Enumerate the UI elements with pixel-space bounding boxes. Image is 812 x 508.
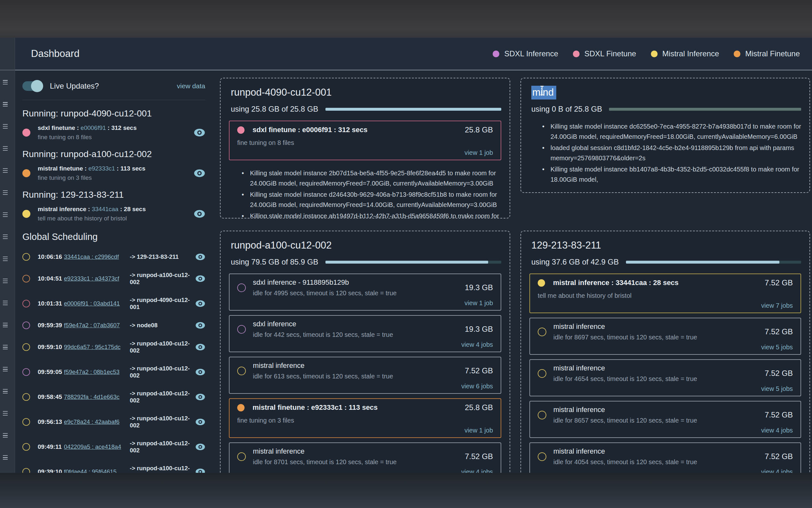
view-details-eye-icon[interactable] (194, 169, 205, 177)
node-panel: runpod-a100-cu12-002 using 79.5 GB of 85… (220, 230, 510, 473)
legend-dot-icon (734, 50, 741, 57)
memory-usage-row: using 37.6 GB of 42.9 GB (531, 257, 801, 266)
job-type-ring-icon (22, 418, 30, 426)
view-details-eye-icon[interactable] (194, 129, 205, 137)
view-details-eye-icon[interactable] (194, 210, 205, 218)
view-details-eye-icon[interactable] (195, 443, 205, 451)
schedule-job-link[interactable]: 788292fa : 4d1e663c (64, 393, 130, 400)
view-jobs-link[interactable]: view 4 jobs (761, 427, 793, 434)
schedule-job-link[interactable]: e0006f91 : 03abd141 (64, 300, 130, 307)
node-panel: runpod-4090-cu12-001 using 25.8 GB of 25… (220, 78, 510, 218)
view-jobs-link[interactable]: view 1 job (465, 427, 493, 434)
view-jobs-link[interactable]: view 5 jobs (761, 344, 793, 351)
memory-usage-row: using 25.8 GB of 25.8 GB (231, 104, 501, 114)
card-title: mistral inference (554, 364, 758, 372)
job-title: mistral inference : 33441caa : 28 secs (38, 206, 194, 213)
view-jobs-link[interactable]: view 1 job (465, 149, 493, 156)
memory-usage-text: using 0 B of 25.8 GB (531, 104, 602, 114)
view-jobs-link[interactable]: view 4 jobs (461, 341, 493, 348)
card-description: fine tuning on 8 files (237, 139, 493, 146)
card-idle-status: idle for 4054 secs, timeout is 120 secs,… (554, 458, 758, 466)
view-details-eye-icon[interactable] (195, 322, 205, 329)
job-duration: 312 secs (111, 124, 137, 131)
running-sections: Running: runpod-4090-cu12-001 sdxl finet… (22, 109, 205, 222)
job-duration: 28 secs (124, 206, 146, 212)
schedule-job-link[interactable]: e92333c1 : a34373cf (64, 275, 130, 282)
card-title: mistral finetune : e92333c1 : 113 secs (252, 404, 459, 412)
job-type-dot-icon (237, 126, 245, 134)
view-details-eye-icon[interactable] (195, 418, 205, 425)
idle-model-card: mistral inference idle for 8701 secs, ti… (229, 442, 501, 473)
live-updates-toggle[interactable] (22, 81, 42, 91)
schedule-row: 10:06:16 33441caa : c2996cdf -> 129-213-… (22, 253, 205, 261)
view-details-eye-icon[interactable] (195, 344, 205, 351)
view-details-eye-icon[interactable] (195, 369, 205, 376)
card-title: mistral inference (554, 323, 758, 331)
legend-label: Mistral Finetune (745, 49, 800, 58)
running-section-title: Running: runpod-4090-cu12-001 (22, 109, 205, 119)
view-jobs-link[interactable]: view 1 job (465, 299, 493, 306)
memory-usage-fill (626, 261, 779, 264)
dashboard-app: Dashboard SDXL Inference SDXL Finetune M… (0, 38, 812, 473)
schedule-job-link[interactable]: 99dc6a57 : 95c175dc (64, 344, 130, 351)
schedule-job-link[interactable]: f59e47a2 : 07ab3607 (64, 322, 130, 329)
view-details-eye-icon[interactable] (195, 253, 205, 260)
schedule-time: 09:56:13 (38, 418, 64, 425)
view-jobs-link[interactable]: view 6 jobs (461, 383, 493, 390)
card-title: sdxl inference - 9118895b129b (253, 278, 459, 287)
view-jobs-link[interactable]: view 5 jobs (761, 385, 793, 392)
legend-item[interactable]: Mistral Inference (651, 49, 719, 58)
card-title: mistral inference : 33441caa : 28 secs (553, 279, 758, 287)
job-type-ring-icon (22, 468, 30, 473)
card-idle-status: idle for 613 secs, timeout is 120 secs, … (253, 373, 459, 380)
card-title: mistral inference (253, 447, 459, 456)
job-type-ring-icon (538, 328, 546, 336)
log-entry: loaded global session c8d1bfd2-1842-4c5e… (551, 143, 801, 164)
view-jobs-link[interactable]: view 4 jobs (461, 468, 493, 473)
view-jobs-link[interactable]: view 7 jobs (761, 302, 793, 309)
idle-model-card: sdxl inference - 9118895b129b idle for 4… (229, 273, 501, 311)
panel-title: runpod-a100-cu12-002 (231, 240, 332, 251)
schedule-job-link[interactable]: f0fdae44 : 95f64615 (64, 468, 130, 473)
legend-dot-icon (493, 50, 499, 57)
node-panel: 129-213-83-211 using 37.6 GB of 42.9 GB … (520, 230, 810, 473)
schedule-time: 09:59:05 (38, 369, 64, 376)
legend-item[interactable]: SDXL Inference (493, 49, 558, 58)
job-type-ring-icon (237, 284, 246, 292)
view-details-eye-icon[interactable] (195, 393, 205, 400)
schedule-target: -> runpod-a100-cu12-002 (130, 440, 195, 454)
card-description: fine tuning on 3 files (237, 417, 493, 424)
view-details-eye-icon[interactable] (195, 300, 205, 307)
job-type-dot-icon (538, 279, 545, 287)
card-idle-status: idle for 8701 secs, timeout is 120 secs,… (253, 458, 459, 466)
schedule-target: -> runpod-4090-cu12-001 (130, 297, 195, 311)
schedule-row: 10:04:51 e92333c1 : a34373cf -> runpod-a… (22, 271, 205, 286)
job-description: tell me about the history of bristol (38, 215, 194, 222)
legend-item[interactable]: SDXL Finetune (573, 49, 636, 58)
running-section-title: Running: 129-213-83-211 (22, 190, 205, 200)
job-type-ring-icon (237, 452, 246, 461)
running-job-card: mistral inference : 33441caa : 28 secs 7… (529, 273, 801, 313)
legend-dot-icon (651, 50, 658, 57)
schedule-job-link[interactable]: f59e47a2 : 08b1ec53 (64, 369, 130, 376)
node-panels-grid: runpod-4090-cu12-001 using 25.8 GB of 25… (220, 78, 810, 473)
card-description: tell me about the history of bristol (538, 292, 793, 299)
memory-size: 25.8 GB (465, 125, 493, 134)
memory-usage-row: using 79.5 GB of 85.9 GB (231, 257, 501, 266)
view-jobs-link[interactable]: view 4 jobs (761, 468, 793, 473)
legend-dot-icon (573, 50, 580, 57)
schedule-job-link[interactable]: e9c78a24 : 42aabaf6 (64, 418, 130, 425)
schedule-job-link[interactable]: 33441caa : c2996cdf (64, 253, 130, 260)
idle-model-card: mistral inference idle for 8657 secs, ti… (529, 401, 801, 438)
card-idle-status: idle for 4995 secs, timeout is 120 secs,… (253, 290, 459, 297)
app-header: Dashboard SDXL Inference SDXL Finetune M… (15, 38, 812, 70)
legend-item[interactable]: Mistral Finetune (734, 49, 800, 58)
text-cursor-icon (540, 85, 544, 98)
view-details-eye-icon[interactable] (195, 468, 205, 473)
schedule-job-link[interactable]: 042209a5 : ace418a4 (64, 443, 130, 451)
view-details-eye-icon[interactable] (195, 275, 205, 282)
running-section: Running: 129-213-83-211 mistral inferenc… (22, 190, 205, 222)
view-data-link[interactable]: view data (177, 82, 205, 90)
job-type: mistral inference (38, 206, 86, 212)
schedule-time: 10:01:31 (38, 300, 64, 307)
